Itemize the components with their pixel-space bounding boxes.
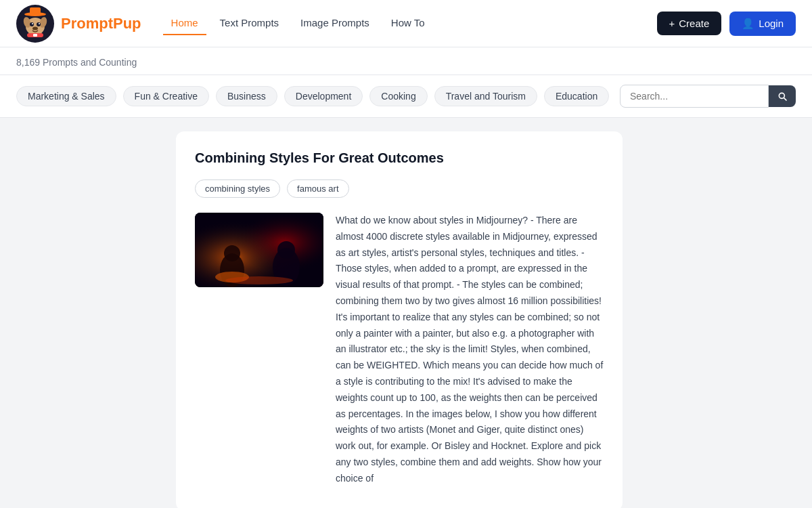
tag-famous-art[interactable]: famous art	[287, 179, 348, 198]
subheader: 8,169 Prompts and Counting	[0, 47, 812, 75]
category-education[interactable]: Education	[544, 86, 609, 106]
nav-text-prompts[interactable]: Text Prompts	[212, 12, 288, 35]
prompt-count: 8,169 Prompts and Counting	[16, 53, 796, 75]
article-image	[195, 213, 323, 287]
nav-how-to[interactable]: How To	[383, 12, 433, 35]
svg-point-9	[39, 23, 40, 24]
svg-rect-12	[33, 34, 37, 37]
logo-icon	[16, 5, 54, 43]
article-body: What do we know about styles in Midjourn…	[195, 213, 604, 487]
brand-name: PromptPup	[61, 15, 141, 33]
article-text: What do we know about styles in Midjourn…	[336, 213, 604, 487]
main-content: Combining Styles For Great Outcomes comb…	[0, 118, 812, 508]
search-icon	[777, 91, 788, 102]
svg-rect-15	[195, 213, 323, 287]
tag-combining-styles[interactable]: combining styles	[195, 179, 280, 198]
create-label: Create	[679, 18, 709, 29]
svg-point-21	[225, 276, 293, 284]
article-tags: combining styles famous art	[195, 179, 604, 198]
svg-point-10	[32, 26, 38, 30]
header: PromptPup Home Text Prompts Image Prompt…	[0, 0, 812, 47]
user-icon: 👤	[742, 18, 754, 30]
sidebar-left	[0, 118, 176, 508]
category-business[interactable]: Business	[216, 86, 277, 106]
article-title: Combining Styles For Great Outcomes	[195, 150, 604, 166]
search-input[interactable]	[620, 85, 769, 108]
search-area	[620, 85, 796, 108]
svg-point-6	[30, 22, 34, 26]
category-marketing[interactable]: Marketing & Sales	[16, 86, 116, 106]
category-cooking[interactable]: Cooking	[369, 86, 427, 106]
article-card: Combining Styles For Great Outcomes comb…	[176, 131, 623, 508]
category-fun[interactable]: Fun & Creative	[123, 86, 209, 106]
login-label: Login	[759, 18, 784, 29]
nav-image-prompts[interactable]: Image Prompts	[292, 12, 378, 35]
category-bar: Marketing & Sales Fun & Creative Busines…	[0, 75, 812, 118]
nav-home[interactable]: Home	[163, 12, 206, 35]
sidebar-right	[636, 118, 771, 508]
create-button[interactable]: + Create	[657, 12, 722, 35]
category-travel[interactable]: Travel and Tourism	[434, 86, 537, 106]
header-actions: + Create 👤 Login	[657, 12, 796, 36]
category-development[interactable]: Development	[284, 86, 363, 106]
logo-link[interactable]: PromptPup	[16, 5, 141, 43]
login-button[interactable]: 👤 Login	[729, 12, 796, 36]
svg-point-17	[224, 245, 240, 261]
plus-icon: +	[669, 18, 675, 29]
search-button[interactable]	[769, 85, 796, 107]
svg-point-8	[32, 23, 33, 24]
article-illustration	[195, 213, 323, 287]
main-nav: Home Text Prompts Image Prompts How To	[163, 12, 635, 35]
svg-point-19	[277, 241, 295, 259]
svg-point-7	[37, 22, 41, 26]
svg-rect-2	[30, 7, 41, 16]
